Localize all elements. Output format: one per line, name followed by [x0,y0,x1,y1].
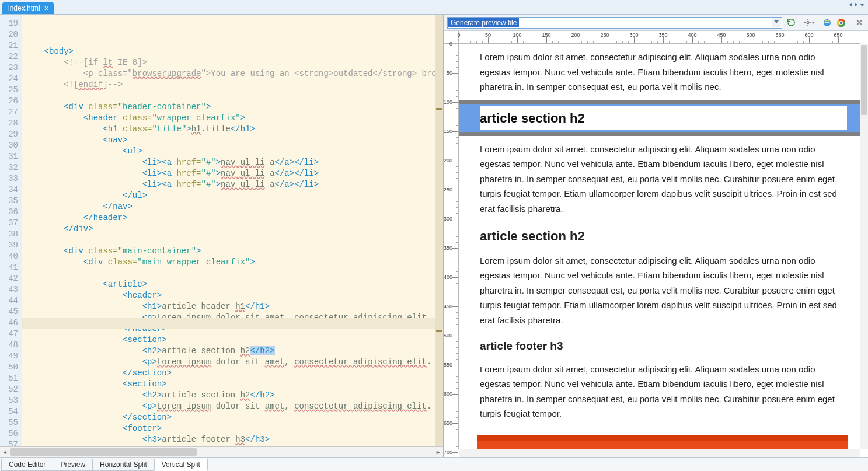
tabbar-controls [849,2,864,9]
code-line[interactable]: <h2>article section h2</h2> [25,390,443,401]
code-line[interactable]: <nav> [25,135,443,146]
code-line[interactable]: <ul> [25,146,443,157]
code-line[interactable]: <div class="main-container"> [25,246,443,257]
preview-file-combo[interactable]: Generate preview file [447,17,782,29]
refresh-icon[interactable] [786,18,796,28]
scroll-right-icon[interactable]: ► [433,447,443,457]
file-tab-label: index.html [8,4,40,12]
code-line[interactable] [25,268,443,279]
combo-selected-text: Generate preview file [448,18,519,27]
heading-h2-selected: article section h2 [480,106,847,130]
code-line[interactable]: <p>Lorem ipsum dolor sit amet, consectet… [25,445,443,446]
selected-element-highlight: article section h2 [459,100,860,136]
code-line[interactable]: <div class="header-container"> [25,102,443,113]
code-line[interactable]: <h2>article section h2</h2> [25,346,443,357]
toolbar-separator [850,18,850,28]
tab-next-icon[interactable] [855,2,857,7]
code-line[interactable]: </section> [25,368,443,379]
code-line[interactable]: <header class="wrapper clearfix"> [25,113,443,124]
gear-icon[interactable]: ▾ [804,18,814,28]
editor-body[interactable]: 1920212223242526272829303132333435363738… [0,15,443,446]
code-line[interactable]: <article> [25,279,443,290]
code-line[interactable]: </div> [25,224,443,235]
view-tab-horizontal-split[interactable]: Horizontal Split [92,459,155,471]
paragraph: Lorem ipsum dolor sit amet, consectetur … [480,362,848,421]
code-line[interactable]: <!--[if lt IE 8]> [25,57,443,68]
chevron-down-icon[interactable] [772,18,781,27]
code-line[interactable] [25,90,443,102]
preview-pane: Generate preview file ▾ ✕ 0501001 [444,15,868,457]
paragraph: Lorem ipsum dolor sit amet, consectetur … [480,50,848,95]
file-tab-index-html[interactable]: index.html ✕ [2,2,54,14]
paragraph: Lorem ipsum dolor sit amet, consectetur … [480,253,848,328]
preview-hscrollbar[interactable] [459,449,860,457]
ruler-horizontal: 050100150200250300350400450500550600650 [459,31,860,44]
view-tab-vertical-split[interactable]: Vertical Split [154,459,208,471]
heading-h3: article footer h3 [480,337,848,355]
close-preview-icon[interactable]: ✕ [854,18,864,28]
code-line[interactable]: <h3>article footer h3</h3> [25,434,443,445]
editor-hscrollbar[interactable]: ◄ ► [0,446,443,457]
preview-body: 050100150200250300350400450500550600650 … [444,31,868,457]
hscroll-track[interactable] [10,447,433,457]
code-line[interactable]: <![endif]--> [25,79,443,90]
code-editor-pane: 1920212223242526272829303132333435363738… [0,15,444,457]
heading-h2: article section h2 [480,225,848,247]
vscroll-thumb[interactable] [861,45,867,115]
scroll-left-icon[interactable]: ◄ [0,447,10,457]
main-split: 1920212223242526272829303132333435363738… [0,14,868,457]
code-line[interactable] [25,235,443,246]
tab-prev-icon[interactable] [849,2,852,7]
hscroll-thumb[interactable] [10,448,197,456]
code-line[interactable]: <body> [25,46,443,57]
code-line[interactable]: <p>Lorem ipsum dolor sit amet, consectet… [25,401,443,412]
chrome-browser-icon[interactable] [836,18,846,28]
svg-point-0 [807,22,809,24]
ruler-vertical: 0501001502002503003504004505005506006507… [444,44,459,449]
line-gutter: 1920212223242526272829303132333435363738… [0,15,22,446]
view-tab-code-editor[interactable]: Code Editor [1,459,53,471]
code-line[interactable]: </section> [25,412,443,423]
code-line[interactable]: <section> [25,334,443,346]
code-line[interactable]: </header> [25,212,443,224]
preview-vscrollbar[interactable] [860,44,868,449]
code-line[interactable]: </nav> [25,201,443,212]
toolbar-separator [800,18,800,28]
toolbar-separator [818,18,818,28]
view-mode-tabs: Code EditorPreviewHorizontal SplitVertic… [0,457,868,471]
code-line[interactable]: <p class="browserupgrade">You are using … [25,68,443,79]
code-line[interactable]: <li><a href="#">nav ul li a</a></li> [25,157,443,168]
code-line[interactable]: <p>Lorem ipsum dolor sit amet, consectet… [25,357,443,368]
aside-block: aside [477,435,848,449]
view-tab-preview[interactable]: Preview [53,459,93,471]
code-line[interactable]: <footer> [25,423,443,434]
code-line[interactable]: <section> [25,379,443,390]
code-line[interactable]: <h1 class="title">h1.title</h1> [25,124,443,135]
code-line[interactable]: <li><a href="#">nav ul li a</a></li> [25,168,443,179]
code-line[interactable]: <div class="main wrapper clearfix"> [25,257,443,268]
paragraph: Lorem ipsum dolor sit amet, consectetur … [480,142,848,217]
svg-point-6 [840,21,843,24]
code-line[interactable]: </ul> [25,190,443,201]
preview-viewport[interactable]: Lorem ipsum dolor sit amet, consectetur … [459,44,860,449]
code-area[interactable]: <body> <!--[if lt IE 8]> <p class="brows… [22,15,443,446]
preview-toolbar: Generate preview file ▾ ✕ [444,15,868,31]
code-line[interactable]: <li><a href="#">nav ul li a</a></li> [25,179,443,190]
tab-menu-icon[interactable] [860,4,864,9]
overview-ruler[interactable] [435,15,443,446]
file-tabbar: index.html ✕ [0,0,868,14]
close-icon[interactable]: ✕ [44,5,49,12]
rendered-page: Lorem ipsum dolor sit amet, consectetur … [459,50,860,449]
code-line[interactable]: <h1>article header h1</h1> [25,301,443,312]
ie-browser-icon[interactable] [822,18,832,28]
code-line[interactable]: <header> [25,290,443,301]
